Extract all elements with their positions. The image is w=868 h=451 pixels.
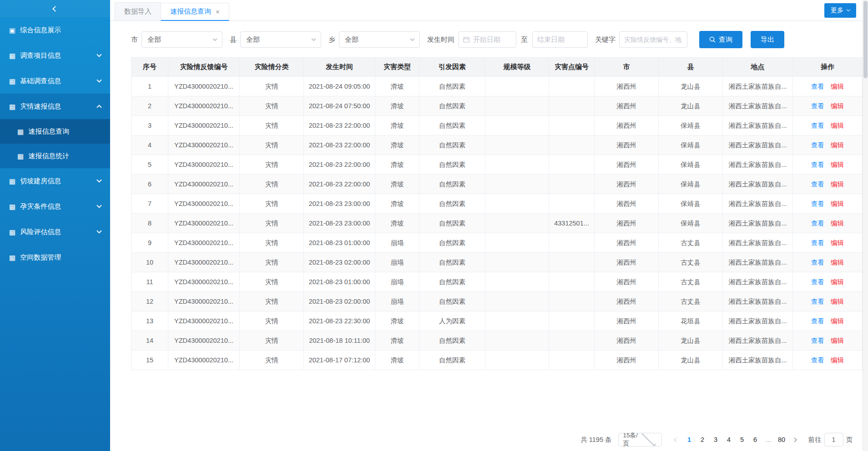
prev-page-button[interactable] xyxy=(670,433,683,446)
view-link[interactable]: 查看 xyxy=(811,317,824,325)
table-cell: 古丈县 xyxy=(659,233,723,253)
page-number[interactable]: 4 xyxy=(722,433,736,446)
next-page-button[interactable] xyxy=(788,433,801,446)
edit-link[interactable]: 编辑 xyxy=(831,356,844,364)
table-cell: 湘西州 xyxy=(595,272,659,292)
table-cell: 古丈县 xyxy=(659,253,723,272)
table-row: 15YZD43000020210...灾情2021-08-17 07:12:00… xyxy=(131,351,863,370)
page-number[interactable]: 5 xyxy=(736,433,749,446)
page-number[interactable]: 1 xyxy=(683,433,696,446)
edit-link[interactable]: 编辑 xyxy=(831,83,844,90)
table-cell: 滑坡 xyxy=(375,77,419,96)
page-number[interactable]: 3 xyxy=(709,433,722,446)
table-cell: 13 xyxy=(131,311,168,331)
search-button[interactable]: 查询 xyxy=(699,31,742,48)
edit-link[interactable]: 编辑 xyxy=(831,220,844,227)
table-cell: 6 xyxy=(131,175,168,194)
end-date-input[interactable]: 结束日期 xyxy=(532,31,588,48)
edit-link[interactable]: 编辑 xyxy=(831,259,844,266)
close-icon[interactable]: × xyxy=(216,8,220,15)
table-cell: 湘西州 xyxy=(595,351,659,370)
sidebar-item[interactable]: 切坡建房信息 xyxy=(0,168,110,194)
table-cell xyxy=(485,116,549,135)
town-select[interactable]: 全部 xyxy=(339,31,420,48)
sidebar-subitem[interactable]: 速报信息查询 xyxy=(0,119,110,144)
chevron-left-icon xyxy=(52,6,58,12)
table-cell: YZD43000020210... xyxy=(168,214,240,233)
table-cell: YZD43000020210... xyxy=(168,194,240,214)
edit-link[interactable]: 编辑 xyxy=(831,337,844,344)
view-link[interactable]: 查看 xyxy=(811,180,824,188)
county-select[interactable]: 全部 xyxy=(240,31,321,48)
page-number[interactable]: 2 xyxy=(696,433,709,446)
table-cell: 灾情 xyxy=(240,292,304,311)
content-panel: 市 全部 县 全部 乡 全部 发生时间 xyxy=(110,21,863,451)
page-number[interactable]: 6 xyxy=(749,433,762,446)
table-row: 9YZD43000020210...灾情2021-08-23 01:00:00崩… xyxy=(131,233,863,253)
table-cell xyxy=(485,253,549,272)
menu-label: 孕灾条件信息 xyxy=(20,202,97,211)
start-date-input[interactable]: 开始日期 xyxy=(458,31,516,48)
edit-link[interactable]: 编辑 xyxy=(831,298,844,305)
page-size-select[interactable]: 15条/页 xyxy=(618,433,662,446)
view-link[interactable]: 查看 xyxy=(811,259,824,266)
edit-link[interactable]: 编辑 xyxy=(831,141,844,149)
view-link[interactable]: 查看 xyxy=(811,141,824,149)
menu-icon xyxy=(9,52,15,59)
menu-label: 切坡建房信息 xyxy=(20,177,97,185)
view-link[interactable]: 查看 xyxy=(811,337,824,344)
table-cell: 4 xyxy=(131,135,168,155)
sidebar-item[interactable]: 灾情速报信息 xyxy=(0,94,110,119)
view-link[interactable]: 查看 xyxy=(811,83,824,90)
view-link[interactable]: 查看 xyxy=(811,200,824,207)
tab-label: 速报信息查询 xyxy=(170,7,211,16)
table-cell: 湘西土家族苗族自... xyxy=(723,194,793,214)
sidebar: 综合信息展示 调查项目信息 基础调查信息 灾情速报信息 速报信息查询 速报信息统… xyxy=(0,0,110,451)
sidebar-item[interactable]: 孕灾条件信息 xyxy=(0,194,110,219)
view-link[interactable]: 查看 xyxy=(811,122,824,129)
view-link[interactable]: 查看 xyxy=(811,102,824,110)
export-button[interactable]: 导出 xyxy=(751,31,784,48)
edit-link[interactable]: 编辑 xyxy=(831,200,844,207)
tab[interactable]: 速报信息查询 × xyxy=(161,3,229,21)
goto-page-input[interactable] xyxy=(824,433,843,446)
edit-link[interactable]: 编辑 xyxy=(831,317,844,325)
edit-link[interactable]: 编辑 xyxy=(831,180,844,188)
table-cell: YZD43000020210... xyxy=(168,331,240,351)
sidebar-item[interactable]: 综合信息展示 xyxy=(0,17,110,43)
city-select[interactable]: 全部 xyxy=(141,31,222,48)
view-link[interactable]: 查看 xyxy=(811,161,824,168)
edit-link[interactable]: 编辑 xyxy=(831,278,844,286)
page-number[interactable]: 80 xyxy=(775,433,788,446)
sidebar-item[interactable]: 空间数据管理 xyxy=(0,245,110,270)
scrollbar-thumb[interactable] xyxy=(863,1,868,78)
tab[interactable]: 数据导入 × xyxy=(115,2,161,20)
table-cell: 10 xyxy=(131,253,168,272)
view-link[interactable]: 查看 xyxy=(811,220,824,227)
sidebar-subitem[interactable]: 速报信息统计 xyxy=(0,144,110,168)
column-header: 地点 xyxy=(723,58,793,77)
edit-link[interactable]: 编辑 xyxy=(831,161,844,168)
sidebar-item[interactable]: 风险评估信息 xyxy=(0,219,110,245)
table-cell: 花垣县 xyxy=(659,311,723,331)
table-row: 2YZD43000020210...灾情2021-08-24 07:50:00滑… xyxy=(131,96,863,116)
edit-link[interactable]: 编辑 xyxy=(831,102,844,110)
filter-bar: 市 全部 县 全部 乡 全部 发生时间 xyxy=(110,21,863,57)
more-button[interactable]: 更多 xyxy=(824,3,856,18)
view-link[interactable]: 查看 xyxy=(811,298,824,305)
sidebar-item[interactable]: 调查项目信息 xyxy=(0,43,110,68)
town-select-value: 全部 xyxy=(345,35,411,44)
view-link[interactable]: 查看 xyxy=(811,278,824,286)
sidebar-item[interactable]: 基础调查信息 xyxy=(0,68,110,94)
page-scrollbar[interactable] xyxy=(863,0,868,451)
view-link[interactable]: 查看 xyxy=(811,356,824,364)
sidebar-collapse-button[interactable] xyxy=(0,0,110,17)
keyword-input[interactable] xyxy=(619,31,687,48)
edit-link[interactable]: 编辑 xyxy=(831,239,844,246)
edit-link[interactable]: 编辑 xyxy=(831,122,844,129)
menu-icon xyxy=(9,229,15,236)
view-link[interactable]: 查看 xyxy=(811,239,824,246)
table-cell: 保靖县 xyxy=(659,194,723,214)
column-header: 规模等级 xyxy=(485,58,549,77)
table-cell: 湘西土家族苗族自... xyxy=(723,77,793,96)
